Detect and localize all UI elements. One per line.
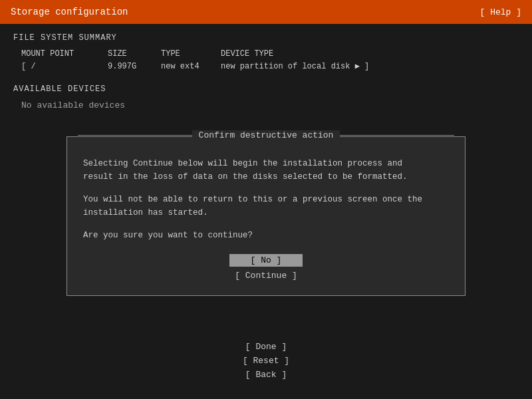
row-bracket-open: [ / <box>21 62 36 71</box>
confirm-dialog: Confirm destructive action Selecting Con… <box>66 136 466 296</box>
done-button[interactable]: [ Done ] <box>229 341 303 352</box>
dialog-continue-button[interactable]: [ Continue ] <box>229 269 303 282</box>
main-content: FILE SYSTEM SUMMARY MOUNT POINT SIZE TYP… <box>0 24 532 120</box>
row-device-text: new partition of local disk <box>221 62 350 71</box>
dialog-question: Are you sure you want to continue? <box>83 229 449 242</box>
back-button[interactable]: [ Back ] <box>229 369 303 380</box>
reset-button[interactable]: [ Reset ] <box>229 355 303 366</box>
filesystem-row[interactable]: [ / 9.997G new ext4 new partition of loc… <box>13 61 519 71</box>
filesystem-section-title: FILE SYSTEM SUMMARY <box>13 33 519 43</box>
row-size: 9.997G <box>108 62 148 71</box>
dialog-body: Selecting Continue below will begin the … <box>83 157 449 282</box>
filesystem-table-header: MOUNT POINT SIZE TYPE DEVICE TYPE <box>13 49 519 59</box>
col-header-size: SIZE <box>108 49 148 59</box>
filesystem-section: FILE SYSTEM SUMMARY MOUNT POINT SIZE TYP… <box>13 33 519 71</box>
bottom-buttons: [ Done ] [ Reset ] [ Back ] <box>229 341 303 380</box>
col-header-type: TYPE <box>161 49 207 59</box>
dialog-no-button[interactable]: [ No ] <box>229 254 303 267</box>
dialog-paragraph2: You will not be able to return to this o… <box>83 193 449 219</box>
app-title: Storage configuration <box>11 7 128 17</box>
no-devices-text: No available devices <box>13 100 519 110</box>
dialog-paragraph1: Selecting Continue below will begin the … <box>83 157 449 184</box>
header-bar: Storage configuration [ Help ] <box>0 0 532 24</box>
row-mount: [ / <box>21 62 94 71</box>
dialog-title: Confirm destructive action <box>192 130 340 140</box>
col-header-mount: MOUNT POINT <box>21 49 94 59</box>
col-header-device: DEVICE TYPE <box>221 49 519 59</box>
available-devices-title: AVAILABLE DEVICES <box>13 84 519 94</box>
row-type: new ext4 <box>161 62 207 71</box>
row-arrow-icon: ▶ ] <box>355 62 370 71</box>
row-device: new partition of local disk ▶ ] <box>221 61 519 71</box>
help-button[interactable]: [ Help ] <box>480 7 521 17</box>
available-devices-section: AVAILABLE DEVICES No available devices <box>13 84 519 110</box>
dialog-buttons: [ No ] [ Continue ] <box>83 254 449 282</box>
